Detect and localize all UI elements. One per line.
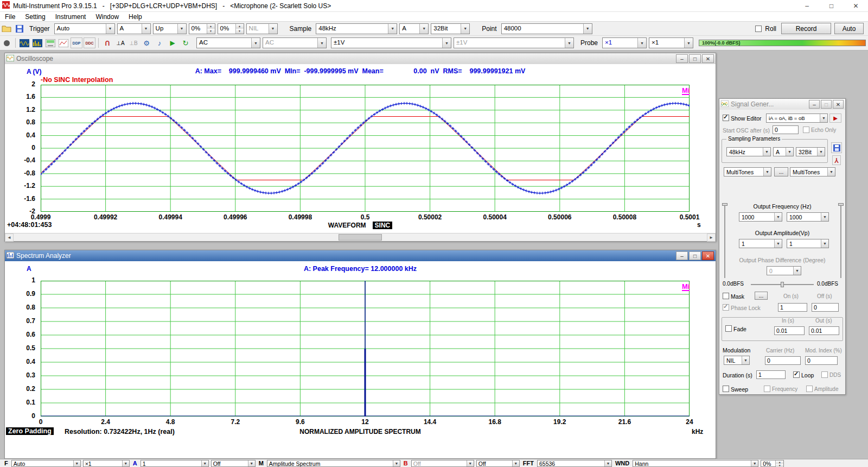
chevron-down-icon[interactable]: ▼ [467,460,474,466]
chevron-down-icon[interactable]: ▼ [177,24,186,34]
restore-icon[interactable]: □ [821,100,832,109]
close-icon[interactable]: ✕ [844,0,868,11]
point-count-select[interactable]: 48000▼ [501,23,592,34]
carrier-input[interactable] [765,356,801,365]
mask-checkbox[interactable] [723,293,729,299]
minimize-icon[interactable]: – [809,100,820,109]
frequency-a-select[interactable]: 1000▼ [739,212,782,222]
chevron-down-icon[interactable]: ▼ [583,24,592,34]
chevron-down-icon[interactable]: ▼ [751,460,758,466]
chevron-down-icon[interactable]: ▼ [419,24,428,34]
stop-circle-icon[interactable] [1,37,12,48]
chevron-down-icon[interactable]: ▼ [317,38,326,48]
auto-button[interactable]: Auto [834,23,864,34]
trigger-level-spinner[interactable]: 0%▲▼ [189,23,215,34]
phase-difference-select[interactable]: 0▼ [767,266,801,275]
spin-down-icon[interactable]: ▼ [207,29,215,34]
menu-help[interactable]: Help [124,13,147,21]
phase-lock-on-input[interactable] [778,303,807,312]
filter-fork-icon[interactable]: Y [832,155,841,165]
speaker-icon[interactable]: ♪ [154,37,165,48]
a-mode-select[interactable]: Off▼ [211,460,256,467]
signal-generator-titlebar[interactable]: Signal Gener... – □ ✕ [719,99,845,110]
dds-checkbox[interactable] [821,371,828,378]
chevron-down-icon[interactable]: ▼ [763,168,771,176]
menu-instrument[interactable]: Instrument [50,13,91,21]
balance-slider[interactable] [751,284,814,285]
phase-lock-checkbox[interactable] [723,304,729,311]
spectrum-analyzer-icon[interactable] [31,37,43,48]
chevron-down-icon[interactable]: ▼ [817,148,825,156]
sample-bits-select[interactable]: 32Bit▼ [431,23,470,34]
fade-out-input[interactable] [809,326,839,335]
sinc-badge[interactable]: SINC [373,222,393,229]
window-function-select[interactable]: Hann▼ [633,460,758,467]
multimeter-icon[interactable] [44,37,56,48]
menu-window[interactable]: Window [91,13,124,21]
play-icon[interactable]: ▶ [167,37,178,48]
spin-down-icon[interactable]: ▼ [776,464,783,467]
data-logger-icon[interactable] [58,37,69,48]
chevron-down-icon[interactable]: ▼ [106,24,114,34]
chevron-down-icon[interactable]: ▼ [388,24,397,34]
menu-file[interactable]: File [0,13,20,21]
frequency-b-select[interactable]: 1000▼ [787,212,829,222]
chevron-down-icon[interactable]: ▼ [774,213,782,221]
oscilloscope-icon[interactable] [18,37,30,48]
settings-wrench-icon[interactable]: ⚙ [141,37,152,48]
trigger-delay-spinner[interactable]: 0%▲▼ [218,23,244,34]
ground-a-icon[interactable]: ⊥A [114,37,126,48]
close-icon[interactable]: ✕ [833,100,844,109]
chevron-down-icon[interactable]: ▼ [201,460,208,466]
ground-b-icon[interactable]: ⊥B [127,37,139,48]
chevron-down-icon[interactable]: ▼ [269,24,277,34]
loop-checkbox[interactable] [793,371,800,378]
chevron-down-icon[interactable]: ▼ [793,267,801,275]
chevron-down-icon[interactable]: ▼ [774,239,782,248]
record-button[interactable]: Record [781,23,831,34]
generator-bits-select[interactable]: 32Bit▼ [796,147,825,156]
waveform-a-select[interactable]: MultiTones▼ [724,167,771,176]
amplitude-b-select[interactable]: 1▼ [787,239,829,248]
scope-horizontal-scrollbar[interactable]: ◄ ► [5,233,716,241]
oscilloscope-titlebar[interactable]: Oscilloscope – □ ✕ [5,53,716,64]
scroll-thumb[interactable] [339,234,382,241]
output-b-level-slider[interactable] [838,203,844,278]
sweep-frequency-checkbox[interactable] [764,386,770,392]
chevron-down-icon[interactable]: ▼ [827,168,835,176]
probe-a-select[interactable]: ×1▼ [602,37,647,48]
chevron-down-icon[interactable]: ▼ [821,213,828,221]
minimize-icon[interactable]: – [676,251,688,260]
spin-up-icon[interactable]: ▲ [207,24,215,29]
menu-setting[interactable]: Setting [20,13,50,21]
chevron-down-icon[interactable]: ▼ [637,38,646,48]
waveform-b-select[interactable]: MultiTones▼ [790,167,835,176]
chevron-down-icon[interactable]: ▼ [604,460,611,466]
chevron-down-icon[interactable]: ▼ [786,148,793,156]
close-icon[interactable]: ✕ [702,54,714,63]
chevron-down-icon[interactable]: ▼ [248,460,255,466]
trigger-source-select[interactable]: A▼ [117,23,151,34]
start-osc-input[interactable] [773,125,799,134]
scroll-right-icon[interactable]: ► [707,234,716,242]
sweep-amplitude-checkbox[interactable] [806,386,813,392]
fade-in-input[interactable] [774,326,805,335]
chevron-down-icon[interactable]: ▼ [565,38,573,48]
coupling-a-select[interactable]: AC▼ [196,37,260,48]
save-icon[interactable] [14,23,25,34]
chevron-down-icon[interactable]: ▼ [512,460,519,466]
echo-only-checkbox[interactable] [803,127,809,133]
restore-icon[interactable]: □ [689,54,701,63]
mask-browse-button[interactable]: ... [755,292,768,300]
range-a-select[interactable]: ±1V▼ [331,37,451,48]
waveform-a-browse-button[interactable]: ... [774,167,788,176]
chevron-down-icon[interactable]: ▼ [742,356,749,364]
chevron-down-icon[interactable]: ▼ [122,460,129,466]
spin-up-icon[interactable]: ▲ [236,24,244,29]
slider-thumb[interactable] [781,282,784,287]
trigger-edge-select[interactable]: Up▼ [153,23,187,34]
open-file-icon[interactable] [1,23,12,34]
spin-down-icon[interactable]: ▼ [236,29,244,34]
chevron-down-icon[interactable]: ▼ [251,38,260,48]
a-scale-select[interactable]: 1▼ [141,460,209,467]
